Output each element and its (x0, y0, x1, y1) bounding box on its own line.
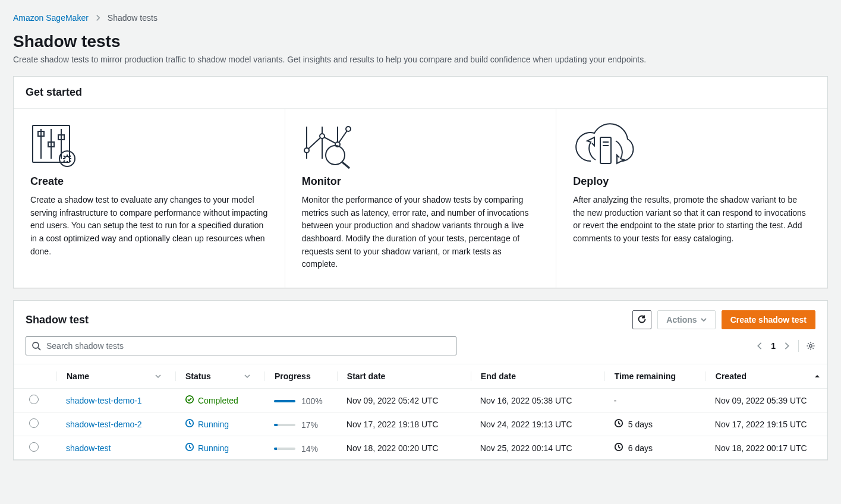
chart-magnifier-icon (302, 123, 540, 171)
start-date: Nov 09, 2022 05:42 UTC (330, 389, 464, 412)
get-started-header: Get started (14, 77, 827, 109)
progress-pct: 14% (301, 444, 318, 453)
search-input[interactable] (26, 336, 456, 355)
refresh-icon (637, 314, 647, 326)
sliders-icon (30, 123, 268, 171)
col-status[interactable]: Status (168, 364, 257, 389)
svg-line-16 (342, 162, 349, 168)
prev-page-button[interactable] (755, 342, 764, 350)
table-row: shadow-test-demo-2Running17%Nov 17, 2022… (14, 412, 827, 436)
svg-line-21 (38, 348, 40, 350)
breadcrumb-current: Shadow tests (108, 13, 158, 23)
card-create-title: Create (30, 175, 268, 188)
svg-point-22 (809, 345, 812, 347)
clock-icon (185, 442, 194, 453)
progress-indicator: 14% (274, 444, 318, 453)
settings-button[interactable] (806, 341, 815, 351)
status-badge: Completed (185, 395, 238, 406)
shadow-tests-table: Name Status Progress Start date End date… (14, 364, 827, 459)
page-number: 1 (771, 341, 776, 351)
created-date: Nov 18, 2022 00:17 UTC (698, 436, 827, 460)
caret-down-icon (701, 315, 707, 325)
row-select-radio[interactable] (29, 395, 39, 404)
refresh-button[interactable] (632, 310, 651, 329)
clock-icon (614, 418, 623, 430)
svg-point-20 (33, 342, 39, 348)
breadcrumb: Amazon SageMaker Shadow tests (13, 5, 828, 27)
card-deploy: Deploy After analyzing the results, prom… (556, 109, 827, 288)
created-date: Nov 09, 2022 05:39 UTC (698, 389, 827, 412)
progress-indicator: 100% (274, 396, 323, 406)
table-row: shadow-testRunning14%Nov 18, 2022 00:20 … (14, 436, 827, 460)
get-started-panel: Get started C (13, 76, 828, 288)
status-label: Running (198, 443, 229, 453)
col-progress[interactable]: Progress (257, 364, 330, 389)
time-remaining-cell: 6 days (597, 436, 698, 460)
card-deploy-title: Deploy (573, 175, 811, 188)
actions-label: Actions (666, 315, 697, 325)
start-date: Nov 18, 2022 00:20 UTC (330, 436, 464, 460)
page-subtitle: Create shadow tests to mirror production… (13, 55, 828, 64)
card-monitor-body: Monitor the performance of your shadow t… (302, 194, 540, 271)
status-label: Completed (198, 396, 238, 405)
search-row: 1 (14, 336, 827, 364)
time-remaining-cell: 5 days (597, 412, 698, 436)
time-remaining-value: 5 days (628, 420, 653, 429)
col-select (14, 364, 49, 389)
next-page-button[interactable] (783, 342, 791, 350)
svg-rect-17 (600, 137, 611, 163)
created-date: Nov 17, 2022 19:15 UTC (698, 412, 827, 436)
actions-button[interactable]: Actions (657, 310, 715, 329)
svg-point-11 (304, 148, 309, 153)
time-remaining-cell: - (597, 389, 698, 412)
end-date: Nov 25, 2022 00:14 UTC (464, 436, 597, 460)
start-date: Nov 17, 2022 19:18 UTC (330, 412, 464, 436)
col-end[interactable]: End date (464, 364, 597, 389)
progress-pct: 17% (301, 420, 318, 430)
get-started-heading: Get started (26, 86, 82, 99)
shadow-test-panel: Shadow test Actions Create shadow test (13, 300, 828, 460)
divider (798, 340, 799, 352)
card-monitor-title: Monitor (302, 175, 540, 188)
breadcrumb-root-link[interactable]: Amazon SageMaker (13, 13, 89, 23)
card-monitor: Monitor Monitor the performance of your … (285, 109, 556, 288)
card-create-body: Create a shadow test to evaluate any cha… (30, 194, 268, 258)
create-label: Create shadow test (730, 315, 807, 325)
chevron-right-icon (95, 14, 102, 21)
card-create: Create Create a shadow test to evaluate … (14, 109, 285, 288)
panel-controls: Actions Create shadow test (632, 310, 815, 329)
sort-asc-icon (814, 371, 820, 381)
shadow-test-heading: Shadow test (26, 314, 89, 326)
progress-indicator: 17% (274, 420, 318, 430)
svg-point-14 (346, 127, 351, 131)
page-title: Shadow tests (13, 32, 828, 51)
sort-icon (244, 371, 250, 381)
end-date: Nov 16, 2022 05:38 UTC (464, 389, 597, 412)
check-circle-icon (185, 395, 194, 406)
svg-point-15 (326, 146, 345, 165)
sort-icon (155, 371, 161, 381)
pagination: 1 (755, 340, 815, 352)
search-wrap (26, 336, 456, 355)
col-name[interactable]: Name (49, 364, 168, 389)
col-start[interactable]: Start date (330, 364, 464, 389)
create-shadow-test-button[interactable]: Create shadow test (722, 310, 815, 329)
shadow-test-link[interactable]: shadow-test (66, 443, 111, 453)
shadow-test-header: Shadow test Actions Create shadow test (14, 301, 827, 336)
row-select-radio[interactable] (29, 442, 39, 452)
progress-pct: 100% (301, 396, 323, 406)
cloud-deploy-icon (573, 123, 811, 171)
row-select-radio[interactable] (29, 418, 39, 428)
status-badge: Running (185, 442, 229, 453)
time-remaining-value: 6 days (628, 443, 653, 453)
col-created[interactable]: Created (698, 364, 827, 389)
shadow-test-link[interactable]: shadow-test-demo-2 (66, 420, 142, 429)
table-row: shadow-test-demo-1Completed100%Nov 09, 2… (14, 389, 827, 412)
shadow-test-link[interactable]: shadow-test-demo-1 (66, 396, 142, 405)
status-label: Running (198, 420, 229, 429)
col-remaining[interactable]: Time remaining (597, 364, 698, 389)
search-icon (32, 341, 41, 352)
svg-point-12 (320, 134, 325, 138)
get-started-cards: Create Create a shadow test to evaluate … (14, 109, 827, 288)
end-date: Nov 24, 2022 19:13 UTC (464, 412, 597, 436)
